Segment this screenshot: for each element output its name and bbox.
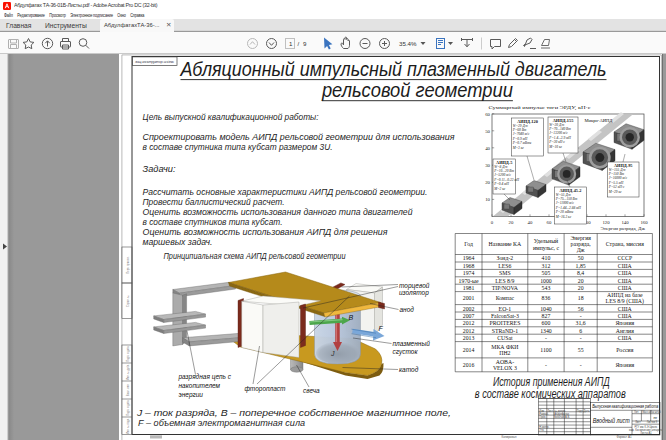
svg-text:-: - [579,362,581,368]
svg-text:Принципиальная схема АИПД рель: Принципиальная схема АИПД рельсовой геом… [163,251,345,261]
svg-text:1974: 1974 [462,270,474,276]
svg-text:Р=30 кН·с: Р=30 кН·с [548,140,565,144]
svg-text:J=16000 м/с: J=16000 м/с [608,176,627,180]
svg-text:600: 600 [541,320,550,326]
svg-text:Р=52 кН·с: Р=52 кН·с [607,185,624,189]
svg-text:СССР: СССР [617,255,632,261]
svg-text:B: B [348,314,353,321]
svg-text:1964: 1964 [462,255,474,261]
svg-text:-: - [579,313,581,319]
svg-text:М=10 кг: М=10 кг [548,145,562,149]
svg-text:1,85: 1,85 [575,263,585,269]
svg-text:827: 827 [541,313,550,319]
svg-text:Р=0.7 мВтч: Р=0.7 мВтч [511,141,531,145]
svg-text:P=70...140 Вт: P=70...140 Вт [548,127,571,131]
svg-text:Цель выпускной квалификационно: Цель выпускной квалификационной работы: [142,112,318,122]
svg-text:Р=0.4 мН: Р=0.4 мН [493,182,509,186]
svg-text:Формат А1: Формат А1 [616,435,631,439]
svg-text:56: 56 [577,306,583,312]
svg-text:Энергия разряда, Дж: Энергия разряда, Дж [600,226,645,232]
svg-text:STRaND-1: STRaND-1 [491,328,518,334]
svg-text:2012: 2012 [462,320,474,326]
svg-text:VELOX 3: VELOX 3 [492,365,516,371]
svg-text:20: 20 [508,220,513,225]
svg-text:1100: 1100 [540,347,551,353]
svg-text:FalconSat-3: FalconSat-3 [490,313,518,319]
svg-text:-: - [544,335,546,341]
svg-text:Подп. и дата: Подп. и дата [125,400,129,416]
svg-text:1040: 1040 [540,306,552,312]
svg-text:J=13200 м/с: J=13200 м/с [549,131,568,135]
svg-text:F: F [378,325,383,332]
svg-text:Подп. и дата: Подп. и дата [125,346,129,362]
svg-text:защ. конструктор. индекс: защ. конструктор. индекс [134,59,174,64]
svg-text:ПН2: ПН2 [499,350,510,356]
svg-text:-: - [544,362,546,368]
svg-text:Утв.: Утв. [539,428,544,432]
svg-text:Россия: Россия [616,347,633,353]
svg-text:разрядная цепь с: разрядная цепь с [177,373,231,381]
svg-text:0: 0 [490,220,493,225]
svg-text:Листы А1: Листы А1 [640,431,652,435]
svg-text:Спроектировать модель АИПД рел: Спроектировать модель АИПД рельсовой гео… [142,132,454,142]
svg-text:LES6: LES6 [498,263,511,269]
svg-text:40: 40 [485,146,490,151]
svg-text:США: США [617,270,632,276]
svg-text:фторопласт: фторопласт [244,385,286,393]
svg-text:2014: 2014 [462,347,474,353]
svg-text:40: 40 [527,220,532,225]
svg-text:543: 543 [541,285,550,291]
svg-text:Провести баллистический расчет: Провести баллистический расчет. [142,197,284,207]
svg-text:F=1.44...2.88 мН: F=1.44...2.88 мН [554,206,580,210]
svg-text:М=3 кг: М=3 кг [511,146,524,150]
svg-text:Задачи:: Задачи: [142,164,175,174]
svg-text:P=60 Вт: P=60 Вт [511,128,526,132]
svg-text:8,4: 8,4 [577,270,584,276]
svg-text:Япония: Япония [615,362,634,368]
svg-text:10: 10 [485,197,490,202]
svg-text:J: J [330,350,335,357]
svg-text:Название КА: Название КА [488,241,521,247]
svg-text:Листов 9: Листов 9 [646,420,657,424]
svg-text:W=29 Дж: W=29 Дж [512,124,528,128]
svg-text:1981: 1981 [462,285,474,291]
svg-text:2013: 2013 [462,335,474,341]
svg-text:836: 836 [541,295,550,301]
svg-text:Копировал: Копировал [501,435,516,439]
svg-text:505: 505 [541,270,550,276]
svg-text:катод: катод [399,366,419,373]
svg-text:60: 60 [546,220,551,225]
svg-text:Вводный лист: Вводный лист [592,416,629,425]
svg-text:31,6: 31,6 [575,320,585,326]
svg-text:маршевых задач.: маршевых задач. [142,237,212,247]
svg-text:США: США [617,306,632,312]
svg-text:J=11000 м/с: J=11000 м/с [555,201,573,205]
svg-text:Лит.: Лит. [634,410,639,414]
svg-text:Микро-АИПД: Микро-АИПД [584,118,613,123]
svg-text:-: - [579,335,581,341]
svg-text:W=55 Дж: W=55 Дж [555,193,571,197]
svg-text:анод: анод [399,306,414,313]
svg-text:PROITERES: PROITERES [489,320,520,326]
svg-text:F – объемная электромагнитная: F – объемная электромагнитная сила [138,418,305,428]
svg-text:EO-1: EO-1 [498,306,511,312]
svg-text:в составе спутников типа кубса: в составе спутников типа кубсат. [142,217,282,227]
svg-text:140: 140 [621,220,629,225]
svg-text:Лист: Лист [635,420,641,424]
svg-text:9: 9 [303,40,307,47]
svg-text:Масштаб: Масштаб [649,410,661,414]
svg-text:LES 8/9: LES 8/9 [495,278,514,284]
svg-text:энергии: энергии [178,391,203,399]
svg-text:F=0.11...0.22 мН: F=0.11...0.22 мН [493,178,519,182]
svg-text:Справ. №: Справ. № [125,295,129,307]
svg-text:TIP/NOVA: TIP/NOVA [491,285,518,291]
svg-text:/: / [298,40,300,47]
svg-text:2012: 2012 [462,328,474,334]
svg-text:2002: 2002 [462,306,474,312]
svg-text:США: США [617,278,632,284]
svg-text:2016: 2016 [462,362,474,368]
svg-text:1968: 1968 [462,263,474,269]
svg-text:рельсовой геометрии: рельсовой геометрии [321,78,513,101]
svg-text:Абляционный импульсный плазмен: Абляционный импульсный плазменный двигат… [178,57,606,80]
svg-text:Компас: Компас [495,295,514,301]
